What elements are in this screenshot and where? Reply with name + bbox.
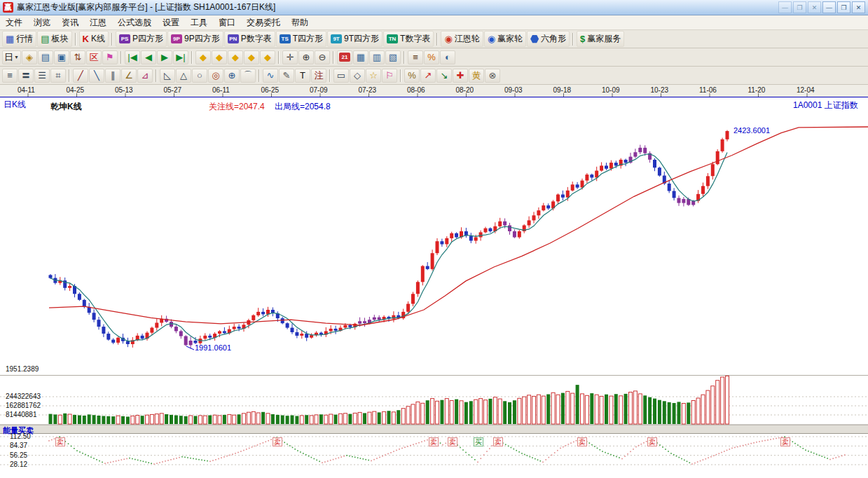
golden-section-tool-button[interactable]: 黄	[469, 69, 484, 83]
cycle-tool-button[interactable]: ⊕	[224, 69, 240, 83]
ma-slow-line	[49, 127, 868, 325]
child-restore-button[interactable]: ❐	[793, 1, 806, 13]
minimize-button[interactable]: —	[822, 1, 836, 13]
sectors-button[interactable]: ▤板块	[37, 31, 71, 47]
quote-list-button[interactable]: ▤	[38, 50, 53, 64]
close-button[interactable]: ✕	[852, 1, 865, 13]
wave-tool-button[interactable]: ∿	[263, 69, 278, 83]
down-arrow-tool-button[interactable]: ↘	[436, 69, 452, 83]
rhombus-tool-button[interactable]: ◇	[350, 69, 365, 83]
menu-file[interactable]: 文件	[0, 15, 28, 30]
circle-tool-button[interactable]: ○	[192, 69, 207, 83]
gann-fan-tool-icon: ⊿	[142, 71, 149, 80]
nine-t-square-button[interactable]: 9T9T四方形	[327, 31, 383, 47]
sort-toggle-button[interactable]: ⇅	[70, 50, 85, 64]
gann-circle-tool-button[interactable]: ◎	[208, 69, 223, 83]
winner-wheel-button[interactable]: ◉赢家轮	[484, 31, 526, 47]
angle-tool-button[interactable]: ∠	[121, 69, 137, 83]
child-close-button[interactable]: ✕	[808, 1, 821, 13]
star-tool-button[interactable]: ☆	[366, 69, 381, 83]
menu-window[interactable]: 窗口	[213, 15, 241, 30]
resistance-lines-tool-button[interactable]: ☰	[34, 69, 50, 83]
date-axis-label: 04-25	[67, 86, 85, 94]
zone-select-button[interactable]: 区	[86, 50, 102, 64]
menu-trade-order[interactable]: 交易委托	[241, 15, 286, 30]
t-square-button[interactable]: TST四方形	[276, 31, 326, 47]
report-view-icon: ▥	[373, 53, 381, 62]
quotes-button[interactable]: ▦行情	[2, 31, 36, 47]
menu-tools[interactable]: 工具	[185, 15, 213, 30]
erase-tool-button[interactable]: ⊗	[485, 69, 500, 83]
text-tool-button[interactable]: T	[295, 69, 310, 83]
rectangle-tool-button[interactable]: ▭	[333, 69, 349, 83]
menu-gann[interactable]: 江恩	[84, 15, 112, 30]
date-axis-label: 11-06	[699, 86, 717, 94]
list-view-button[interactable]: ≡	[408, 50, 423, 64]
last-bar-button[interactable]: ▶|	[173, 50, 188, 64]
next-bar-icon: ▶	[161, 53, 168, 62]
child-minimize-button[interactable]: —	[778, 1, 792, 13]
wedge-tool-button[interactable]: ◺	[160, 69, 175, 83]
chart-area[interactable]: 日K线 乾坤K线 关注线=2047.4 出局线=2054.8 1A0001 上证…	[0, 85, 868, 478]
diamond-nav-down-icon: ◆	[232, 53, 239, 62]
crosshair-tool-button[interactable]: ✛	[282, 50, 298, 64]
uptrend-line-tool-button[interactable]: ╱	[73, 69, 88, 83]
half-circle-tool-button[interactable]: ◐	[440, 50, 455, 64]
first-bar-button[interactable]: |◀	[125, 50, 140, 64]
zoom-out-button[interactable]: ⊖	[315, 50, 330, 64]
menu-news[interactable]: 资讯	[56, 15, 84, 30]
triangle-tool-button[interactable]: △	[176, 69, 191, 83]
menu-settings[interactable]: 设置	[157, 15, 185, 30]
line-tool-button[interactable]: ≡	[2, 69, 18, 83]
arc-tool-button[interactable]: ⌒	[240, 69, 256, 83]
erase-tool-icon: ⊗	[489, 71, 497, 80]
pencil-tool-button[interactable]: ✎	[279, 69, 294, 83]
up-arrow-tool-button[interactable]: ↗	[420, 69, 436, 83]
report-view-button[interactable]: ▥	[369, 50, 385, 64]
diamond-nav-left-button[interactable]: ◆	[195, 50, 211, 64]
menu-formula-stock-pick[interactable]: 公式选股	[112, 15, 157, 30]
kline-button[interactable]: KK线	[79, 31, 109, 47]
area-chart-button[interactable]: ▧	[385, 50, 401, 64]
winner-service-button[interactable]: $赢家服务	[577, 31, 624, 47]
diamond-nav-right-button[interactable]: ◆	[244, 50, 259, 64]
calendar-button[interactable]: 21	[337, 50, 352, 64]
grid-tool-icon: ⌗	[55, 71, 60, 80]
diamond-nav-right-icon: ◆	[248, 53, 255, 62]
p-number-table-button[interactable]: PNP数字表	[224, 31, 275, 47]
downtrend-line-tool-button[interactable]: ╲	[89, 69, 104, 83]
p-square-button[interactable]: PSP四方形	[116, 31, 167, 47]
flag-tool-button[interactable]: ⚐	[382, 69, 397, 83]
down-arrow-tool-icon: ↘	[441, 71, 448, 80]
cross-marker-tool-button[interactable]: ✚	[453, 69, 468, 83]
period-day-selector-button[interactable]: 日▼	[2, 50, 21, 64]
toolbar-separator	[120, 51, 122, 64]
percent-scale-button[interactable]: %	[424, 50, 439, 64]
date-axis-label: 09-18	[553, 86, 572, 94]
diamond-nav-down-button[interactable]: ◆	[228, 50, 243, 64]
next-bar-button[interactable]: ▶	[157, 50, 172, 64]
diamond-nav-center-button[interactable]: ◆	[260, 50, 275, 64]
toolbar-separator	[404, 51, 405, 64]
gann-wheel-button[interactable]: ◉江恩轮	[441, 31, 483, 47]
hexagon-chart-button[interactable]: 六角形	[527, 31, 570, 47]
t-number-table-button[interactable]: TNT数字表	[383, 31, 434, 47]
gann-fan-tool-button[interactable]: ⊿	[137, 69, 153, 83]
flag-mark-button[interactable]: ⚑	[102, 50, 118, 64]
percent-tool-button[interactable]: %	[404, 69, 420, 83]
gann-compass-tool-button[interactable]: ◈	[22, 50, 37, 64]
line-tool-icon: ≡	[7, 71, 13, 80]
maximize-button[interactable]: ❐	[837, 1, 850, 13]
parallel-lines-tool-button[interactable]: 〓	[18, 69, 34, 83]
nine-p-square-button[interactable]: 9P9P四方形	[167, 31, 223, 47]
menu-help[interactable]: 帮助	[286, 15, 314, 30]
info-board-button[interactable]: ▣	[54, 50, 69, 64]
prev-bar-button[interactable]: ◀	[141, 50, 156, 64]
grid-tool-button[interactable]: ⌗	[50, 69, 66, 83]
note-tool-button[interactable]: 注	[311, 69, 326, 83]
matrix-chart-button[interactable]: ▦	[353, 50, 368, 64]
channel-tool-button[interactable]: ∥	[105, 69, 120, 83]
zoom-in-button[interactable]: ⊕	[298, 50, 314, 64]
diamond-nav-up-button[interactable]: ◆	[212, 50, 227, 64]
menu-browse[interactable]: 浏览	[28, 15, 56, 30]
